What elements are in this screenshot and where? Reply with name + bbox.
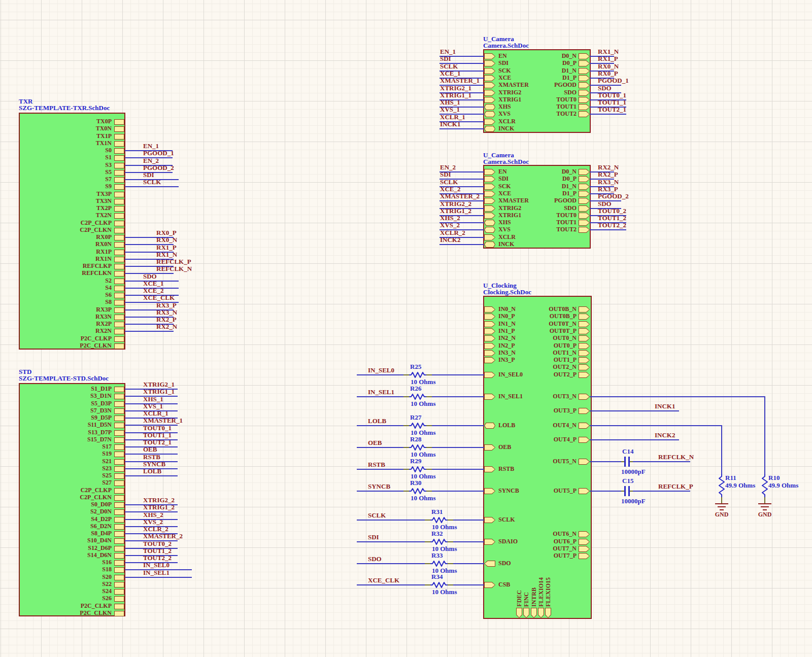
sheet-filename-camera2[interactable]: Camera.SchDoc bbox=[483, 158, 529, 165]
sheet-entry-std-S13_D7P[interactable] bbox=[114, 430, 124, 436]
wire[interactable] bbox=[764, 397, 765, 474]
resistor-R30[interactable] bbox=[409, 488, 426, 495]
resistor-R31[interactable] bbox=[430, 516, 448, 524]
wire[interactable] bbox=[357, 563, 425, 564]
wire[interactable] bbox=[357, 469, 403, 470]
resistor-R29[interactable] bbox=[409, 466, 426, 473]
net-label-LOLB[interactable]: LOLB bbox=[143, 468, 161, 475]
sheet-entry-txr-RX1N[interactable] bbox=[114, 257, 124, 262]
resistor-R27-designator[interactable]: R27 bbox=[410, 414, 421, 421]
net-label-INCK1[interactable]: INCK1 bbox=[440, 121, 460, 128]
sheet-entry-camera1-XVS[interactable] bbox=[484, 111, 495, 117]
net-label-IN_SEL1[interactable]: IN_SEL1 bbox=[368, 389, 394, 396]
sheet-entry-std-S15_D7N[interactable] bbox=[114, 437, 124, 443]
net-label-XTRIG1_2[interactable]: XTRIG1_2 bbox=[143, 504, 175, 511]
resistor-R27[interactable] bbox=[409, 422, 426, 429]
sheet-entry-txr-S0[interactable] bbox=[114, 148, 124, 154]
wire[interactable] bbox=[633, 461, 690, 462]
sheet-entry-txr-TX3N[interactable] bbox=[114, 199, 124, 204]
net-label-XCE_CLK[interactable]: XCE_CLK bbox=[143, 294, 175, 301]
sheet-entry-std-S7_D3N[interactable] bbox=[114, 408, 124, 414]
wire[interactable] bbox=[432, 396, 484, 397]
sheet-entry-txr-REFCLKP[interactable] bbox=[114, 264, 124, 269]
gnd-power-port[interactable] bbox=[715, 503, 728, 504]
net-label-SYNCB[interactable]: SYNCB bbox=[368, 483, 390, 490]
wire[interactable] bbox=[357, 374, 403, 375]
net-label-XMASTER_2[interactable]: XMASTER_2 bbox=[440, 193, 480, 200]
wire[interactable] bbox=[590, 396, 765, 397]
sheet-entry-std-S16[interactable] bbox=[114, 560, 124, 566]
net-label-RSTB[interactable]: RSTB bbox=[368, 461, 385, 468]
net-label-XMASTER_1[interactable]: XMASTER_1 bbox=[440, 77, 480, 84]
sheet-entry-camera2-XHS[interactable] bbox=[484, 220, 495, 226]
sheet-entry-std-S26[interactable] bbox=[114, 596, 124, 602]
resistor-R33[interactable] bbox=[430, 560, 448, 567]
net-label-SDI[interactable]: SDI bbox=[440, 55, 451, 62]
sheet-entry-txr-REFCLKN[interactable] bbox=[114, 271, 124, 276]
sheet-entry-std-S20[interactable] bbox=[114, 575, 124, 580]
net-label-PGOOD_2[interactable]: PGOOD_2 bbox=[598, 193, 629, 200]
wire[interactable] bbox=[125, 475, 178, 476]
net-label-TOUT2_1[interactable]: TOUT2_1 bbox=[598, 106, 626, 113]
wire[interactable] bbox=[590, 114, 626, 115]
net-label-RX0_N[interactable]: RX0_N bbox=[156, 236, 177, 244]
sheet-filename-std[interactable]: SZG-TEMPLATE-STD.SchDoc bbox=[19, 375, 109, 382]
sheet-entry-txr-S7[interactable] bbox=[114, 177, 124, 183]
net-label-OEB[interactable]: OEB bbox=[368, 439, 382, 446]
sheet-entry-std-S19[interactable] bbox=[114, 452, 124, 457]
sheet-entry-std-S25[interactable] bbox=[114, 473, 124, 479]
sheet-filename-camera1[interactable]: Camera.SchDoc bbox=[483, 42, 529, 49]
sheet-entry-txr-TX0P[interactable] bbox=[114, 119, 124, 125]
sheet-entry-txr-RX3N[interactable] bbox=[114, 315, 124, 320]
sheet-entry-std-S23[interactable] bbox=[114, 466, 124, 472]
wire[interactable] bbox=[590, 461, 621, 462]
resistor-R10-designator[interactable]: R10 bbox=[768, 474, 780, 481]
resistor-R26-designator[interactable]: R26 bbox=[410, 385, 421, 392]
sheet-entry-camera1-XHS[interactable] bbox=[484, 104, 495, 110]
capacitor-C15[interactable] bbox=[624, 486, 626, 496]
resistor-R31-designator[interactable]: R31 bbox=[431, 508, 443, 515]
net-label-INCK2[interactable]: INCK2 bbox=[655, 432, 675, 439]
wire[interactable] bbox=[432, 469, 484, 470]
net-label-SCLK[interactable]: SCLK bbox=[143, 179, 161, 186]
resistor-R30-designator[interactable]: R30 bbox=[410, 479, 421, 486]
sheet-entry-std-S6_D2N[interactable] bbox=[114, 524, 124, 530]
sheet-entry-txr-S9[interactable] bbox=[114, 184, 124, 190]
wire[interactable] bbox=[357, 447, 403, 448]
sheet-entry-std-S27[interactable] bbox=[114, 480, 124, 486]
net-label-XCE_CLK[interactable]: XCE_CLK bbox=[368, 577, 399, 584]
wire[interactable] bbox=[432, 491, 484, 492]
sheet-entry-std-S8_D4P[interactable] bbox=[114, 531, 124, 537]
sheet-entry-txr-S4[interactable] bbox=[114, 286, 124, 291]
capacitor-C14[interactable] bbox=[624, 457, 626, 467]
gnd-power-port[interactable] bbox=[758, 503, 771, 504]
resistor-R25[interactable] bbox=[409, 371, 426, 378]
sheet-entry-std-S3_D1N[interactable] bbox=[114, 394, 124, 399]
net-label-INCK1[interactable]: INCK1 bbox=[655, 403, 675, 410]
sheet-entry-std-S5_D3P[interactable] bbox=[114, 401, 124, 407]
sheet-entry-txr-S6[interactable] bbox=[114, 293, 124, 298]
sheet-entry-std-S14_D6N[interactable] bbox=[114, 553, 124, 559]
net-label-IN_SEL1[interactable]: IN_SEL1 bbox=[143, 569, 170, 576]
resistor-R32[interactable] bbox=[430, 538, 448, 545]
net-label-PGOOD_1[interactable]: PGOOD_1 bbox=[598, 77, 629, 84]
wire[interactable] bbox=[633, 491, 690, 492]
net-label-RX2_N[interactable]: RX2_N bbox=[156, 323, 177, 330]
net-label-RX2_P[interactable]: RX2_P bbox=[598, 171, 618, 178]
sheet-entry-std-S0_D0P[interactable] bbox=[114, 502, 124, 508]
sheet-entry-std-S24[interactable] bbox=[114, 589, 124, 595]
wire[interactable] bbox=[357, 491, 403, 492]
sheet-entry-camera1-INCK[interactable] bbox=[484, 126, 495, 132]
resistor-R34-designator[interactable]: R34 bbox=[431, 573, 443, 580]
net-label-REFCLK_N[interactable]: REFCLK_N bbox=[156, 265, 192, 272]
wire[interactable] bbox=[357, 584, 425, 585]
sheet-entry-txr-RX1P[interactable] bbox=[114, 250, 124, 255]
wire[interactable] bbox=[432, 374, 484, 375]
net-label-OEB[interactable]: OEB bbox=[143, 446, 157, 453]
sheet-entry-std-S11_D5N[interactable] bbox=[114, 423, 124, 428]
sheet-entry-txr-TX0N[interactable] bbox=[114, 126, 124, 132]
sheet-entry-camera2-XVS[interactable] bbox=[484, 227, 495, 233]
net-label-LOLB[interactable]: LOLB bbox=[368, 418, 386, 425]
wire[interactable] bbox=[357, 425, 403, 426]
net-label-XMASTER_1[interactable]: XMASTER_1 bbox=[143, 417, 183, 424]
